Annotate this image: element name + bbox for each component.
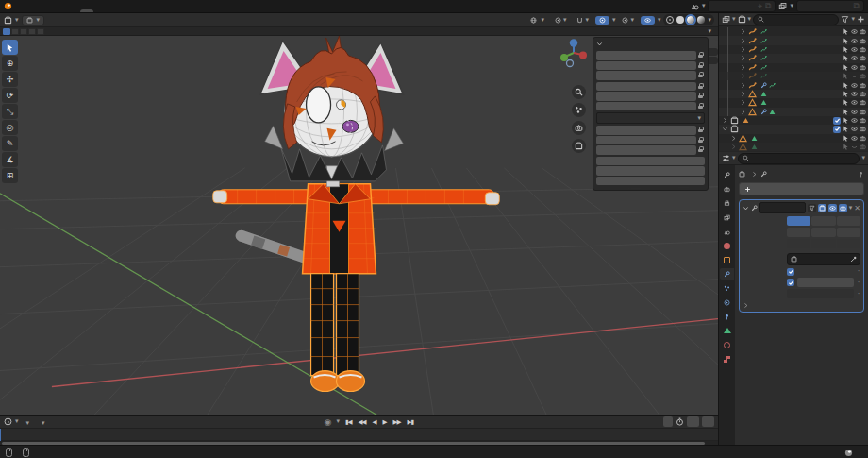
properties-tab-texture[interactable] xyxy=(720,353,734,365)
select-mode-set-button[interactable] xyxy=(3,28,10,35)
pin-icon[interactable] xyxy=(858,171,864,178)
proportional-chevron[interactable]: ▾ xyxy=(612,17,616,24)
mirror-modifier-header[interactable]: ▾ ✕ xyxy=(743,202,860,213)
3d-viewport[interactable]: ⊕ ✢ ⟳ ⤡ ◎ ✎ ∡ ⊞ xyxy=(0,36,718,415)
properties-tab-output[interactable] xyxy=(720,197,734,209)
shading-material-button[interactable] xyxy=(687,16,694,24)
frame-end-field[interactable] xyxy=(702,416,714,427)
properties-tab-viewlayer[interactable] xyxy=(720,212,734,223)
data-subpanel[interactable] xyxy=(743,302,860,309)
properties-tab-tool[interactable] xyxy=(720,169,734,180)
shading-rendered-button[interactable] xyxy=(697,16,705,24)
properties-tab-data[interactable] xyxy=(720,325,734,336)
menu-edit[interactable] xyxy=(25,6,35,8)
scene-field[interactable]: ⌖⧉ xyxy=(708,0,776,12)
rotation-x-field[interactable] xyxy=(596,82,696,92)
new-collection-icon[interactable] xyxy=(857,15,865,24)
scale-y-field[interactable] xyxy=(596,136,696,145)
jump-to-start-button[interactable]: ▮◀ xyxy=(342,417,355,427)
overlays-toggle[interactable] xyxy=(641,16,655,25)
record-chevron[interactable]: ▾ xyxy=(336,418,340,425)
outliner-item[interactable] xyxy=(719,45,868,54)
select-mode-extend-button[interactable] xyxy=(11,28,19,35)
eyedropper-icon[interactable] xyxy=(850,256,857,263)
blender-logo-icon[interactable] xyxy=(4,2,12,10)
gizmo-toggle[interactable]: ▾ xyxy=(618,16,638,25)
tab-uv-editing[interactable] xyxy=(123,9,136,12)
menu-tl-view[interactable] xyxy=(53,421,62,423)
mirror-object-field[interactable] xyxy=(787,253,860,265)
menu-select[interactable] xyxy=(59,19,69,21)
properties-editor-chevron[interactable]: ▾ xyxy=(732,155,736,161)
outliner-item[interactable] xyxy=(719,63,868,72)
outliner-editor-icon[interactable] xyxy=(722,15,730,24)
lock-icon[interactable] xyxy=(698,103,705,110)
lock-icon[interactable] xyxy=(698,72,705,78)
tool-cursor[interactable]: ⊕ xyxy=(2,56,18,71)
tab-tool[interactable] xyxy=(709,48,718,56)
properties-tab-material[interactable] xyxy=(720,339,734,350)
tab-view[interactable] xyxy=(709,57,718,64)
zoom-button[interactable] xyxy=(572,85,586,99)
location-z-field[interactable] xyxy=(596,71,696,80)
timeline-scrollbar[interactable] xyxy=(2,442,705,445)
collection-checkbox[interactable] xyxy=(833,126,841,133)
collapse-chevron-icon[interactable] xyxy=(743,205,749,212)
outliner-item[interactable] xyxy=(719,98,868,107)
properties-tab-constraints[interactable] xyxy=(720,311,734,322)
outliner-editor-chevron[interactable]: ▾ xyxy=(732,16,736,23)
outliner-item[interactable] xyxy=(719,36,868,44)
lock-icon[interactable] xyxy=(698,52,705,59)
tab-animation[interactable] xyxy=(165,9,178,12)
tab-sculpting[interactable] xyxy=(108,9,122,12)
current-frame-field[interactable] xyxy=(663,416,673,427)
vertex-group-filter-toggle[interactable] xyxy=(808,204,816,212)
tab-layout[interactable] xyxy=(80,9,93,12)
outliner-item[interactable] xyxy=(719,72,868,80)
axis-z-toggle[interactable] xyxy=(837,216,860,226)
tab-compositing[interactable] xyxy=(193,9,207,12)
menu-render[interactable] xyxy=(37,6,46,8)
animate-dot[interactable]: · xyxy=(857,279,860,287)
merge-threshold-field[interactable] xyxy=(797,278,854,287)
snap-toggle[interactable]: ▾ xyxy=(573,16,593,25)
rotation-mode-dropdown[interactable]: ▾ xyxy=(596,112,705,124)
play-button[interactable]: ▶ xyxy=(379,417,389,427)
viewlayer-icon[interactable] xyxy=(778,2,787,10)
editor-type-chevron[interactable]: ▾ xyxy=(15,17,19,24)
outliner-display-mode-icon[interactable] xyxy=(738,15,746,24)
scene-dropdown-chevron[interactable]: ▾ xyxy=(702,3,706,9)
viewlayer-field[interactable]: ⧉ xyxy=(796,0,864,12)
dimensions-x-field[interactable] xyxy=(596,157,705,166)
viewlayer-dropdown-chevron[interactable]: ▾ xyxy=(790,3,793,9)
filter-chevron[interactable]: ▾ xyxy=(851,16,855,23)
scene-copy-icon[interactable]: ⧉ xyxy=(765,1,771,11)
outliner-search[interactable] xyxy=(753,14,839,25)
tool-measure[interactable]: ∡ xyxy=(2,152,18,167)
axis-x-toggle[interactable] xyxy=(787,216,810,226)
outliner-item[interactable] xyxy=(719,90,868,98)
dimensions-y-field[interactable] xyxy=(596,166,705,176)
properties-tab-render[interactable] xyxy=(720,183,734,195)
shading-chevron[interactable]: ▾ xyxy=(708,17,711,24)
properties-tab-object[interactable] xyxy=(720,254,734,265)
axis-y-toggle[interactable] xyxy=(811,216,835,226)
perspective-toggle-button[interactable] xyxy=(572,139,586,153)
tab-item[interactable] xyxy=(709,40,718,47)
flip-z-toggle[interactable] xyxy=(837,239,860,248)
outliner-item[interactable] xyxy=(719,108,868,116)
lock-icon[interactable] xyxy=(698,127,705,133)
tool-annotate[interactable]: ✎ xyxy=(2,136,18,151)
shading-wireframe-button[interactable] xyxy=(666,16,674,24)
pivot-selector[interactable]: ▾ xyxy=(551,16,571,25)
outliner-item[interactable] xyxy=(719,80,868,89)
menu-add[interactable] xyxy=(72,19,81,21)
outliner-item[interactable] xyxy=(719,143,868,151)
scale-z-field[interactable] xyxy=(596,145,696,155)
jump-to-end-button[interactable]: ▶▮ xyxy=(404,417,416,427)
editmode-display-toggle[interactable] xyxy=(818,204,826,212)
flip-y-toggle[interactable] xyxy=(811,239,835,248)
select-mode-invert-button[interactable] xyxy=(28,28,36,35)
modifier-extras-chevron[interactable]: ▾ xyxy=(849,205,853,212)
lock-icon[interactable] xyxy=(698,93,705,99)
